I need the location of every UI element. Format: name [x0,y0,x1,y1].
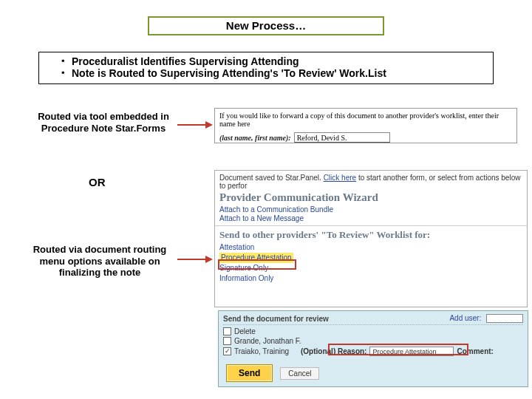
checkbox[interactable] [223,327,231,335]
review-row: Delete [223,327,523,336]
row-name: Grande, Jonathan F. [234,337,301,345]
bullet-dot: • [61,67,72,78]
forward-instruction: If you would like to forward a copy of t… [219,112,512,128]
wizard-title: Provider Communication Wizard [219,191,522,204]
wizard-panel: Document saved to Star.Panel. Click here… [214,170,528,307]
forward-label: (last name, first name): [219,134,291,142]
caption-document-routing: Routed via document routing menu options… [22,244,177,279]
arrow-icon [177,124,207,126]
bullets-box: • Proceduralist Identifies Supervising A… [38,52,494,84]
checkbox[interactable]: ✓ [223,347,231,355]
caption-embedded-tool: Routed via tool embedded in Procedure No… [30,111,177,134]
reason-select[interactable]: Procedure Attestation [369,347,454,356]
bullet-text: Proceduralist Identifies Supervising Att… [72,55,299,67]
click-here-link[interactable]: Click here [324,174,356,182]
attach-message-link[interactable]: Attach to a New Message [219,214,522,222]
attach-bundle-link[interactable]: Attach to a Communication Bundle [219,205,522,214]
option-signature-only[interactable]: Signature Only [219,263,522,273]
optional-reason-label: (Optional) Reason: [301,347,366,355]
bullet-text: Note is Routed to Supervising Attending'… [72,67,386,79]
arrow-icon [177,259,207,260]
add-user-label: Add user: [449,314,481,322]
title-box: New Process… [148,16,384,35]
review-row: Grande, Jonathan F. [223,336,523,346]
add-user: Add user: [449,314,523,323]
cancel-button[interactable]: Cancel [280,367,319,380]
option-procedure-attestation[interactable]: Procedure Attestation [219,253,293,263]
bullet-row: • Proceduralist Identifies Supervising A… [61,55,485,67]
send-header: Send to other providers' "To Review" Wor… [215,226,527,242]
bullet-row: • Note is Routed to Supervising Attendin… [61,67,485,79]
checkbox[interactable] [223,337,231,345]
saved-prefix: Document saved to Star.Panel. [219,174,324,182]
forward-name-input[interactable]: Reford, Devid S. [294,132,390,143]
send-button[interactable]: Send [226,364,273,382]
title-text: New Process… [226,19,306,32]
row-name: Traiako, Training [234,347,298,355]
review-header: Send the document for review [223,315,329,323]
add-user-input[interactable] [486,314,523,323]
row-name: Delete [234,327,256,335]
saved-message: Document saved to Star.Panel. Click here… [219,174,522,190]
option-attestation[interactable]: Attestation [219,242,522,253]
bullet-dot: • [61,55,72,66]
or-label: OR [89,176,106,188]
comment-label: Comment: [457,347,493,355]
review-panel: Send the document for review Add user: D… [218,310,528,387]
forward-panel: If you would like to forward a copy of t… [214,108,517,143]
option-information-only[interactable]: Information Only [219,273,522,284]
send-options: Attestation Procedure Attestation Signat… [215,242,527,288]
review-row: ✓ Traiako, Training (Optional) Reason: P… [223,346,523,357]
